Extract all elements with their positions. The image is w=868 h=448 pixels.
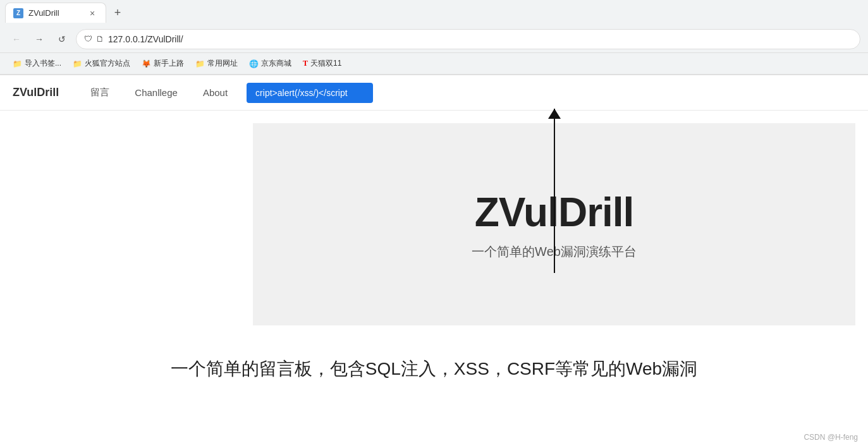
- browser-tab[interactable]: Z ZVulDrill ×: [5, 3, 106, 23]
- arrow-line: [554, 109, 555, 273]
- bookmark-label-5: 京东商城: [261, 58, 291, 69]
- xss-search-input[interactable]: [247, 83, 373, 103]
- bookmark-folder-icon-1: 📁: [13, 59, 22, 68]
- main-description: 一个简单的留言板，包含SQL注入，XSS，CSRF等常见的Web漏洞: [13, 357, 855, 381]
- bookmark-item-1[interactable]: 📁 导入书签...: [8, 56, 66, 71]
- hero-section: ZVulDrill 一个简单的Web漏洞演练平台: [253, 123, 855, 325]
- forward-button[interactable]: →: [30, 30, 48, 48]
- nav-challenge[interactable]: Chanllege: [122, 75, 190, 111]
- bookmark-item-2[interactable]: 📁 火狐官方站点: [68, 56, 135, 71]
- bookmark-label-6: 天猫双11: [310, 58, 341, 69]
- bookmark-item-4[interactable]: 📁 常用网址: [190, 56, 243, 71]
- address-bar[interactable]: 🛡 🗋 127.0.0.1/ZVulDrill/: [76, 29, 860, 49]
- browser-toolbar: ← → ↺ 🛡 🗋 127.0.0.1/ZVulDrill/: [0, 25, 868, 53]
- tab-bar: Z ZVulDrill × +: [0, 0, 868, 25]
- new-tab-button[interactable]: +: [109, 4, 126, 21]
- bookmark-label-1: 导入书签...: [25, 58, 61, 69]
- tab-close-button[interactable]: ×: [87, 8, 98, 19]
- bookmark-folder-icon-2: 📁: [73, 59, 82, 68]
- bookmark-item-6[interactable]: T 天猫双11: [298, 56, 346, 71]
- nav-about[interactable]: About: [190, 75, 240, 111]
- bookmark-label-2: 火狐官方站点: [85, 58, 130, 69]
- address-url: 127.0.0.1/ZVulDrill/: [108, 34, 183, 44]
- main-content: 一个简单的留言板，包含SQL注入，XSS，CSRF等常见的Web漏洞: [0, 338, 868, 387]
- hero-arrow: [554, 109, 555, 273]
- bookmark-firefox-icon: 🦊: [142, 59, 151, 68]
- site-brand[interactable]: ZVulDrill: [13, 86, 59, 99]
- refresh-button[interactable]: ↺: [53, 30, 71, 48]
- bookmark-label-4: 常用网址: [207, 58, 238, 69]
- nav-liuyan[interactable]: 留言: [78, 75, 122, 111]
- bookmark-item-5[interactable]: 🌐 京东商城: [244, 56, 296, 71]
- site-nav-links: 留言 Chanllege About: [78, 75, 373, 111]
- shield-icon: 🛡: [84, 34, 92, 44]
- bookmark-label-3: 新手上路: [154, 58, 184, 69]
- bookmark-folder-icon-4: 📁: [195, 59, 205, 68]
- tab-favicon: Z: [13, 8, 23, 18]
- bookmark-item-3[interactable]: 🦊 新手上路: [137, 56, 189, 71]
- site-navbar: ZVulDrill 留言 Chanllege About: [0, 75, 868, 111]
- back-button[interactable]: ←: [8, 30, 25, 48]
- tab-title: ZVulDrill: [28, 8, 59, 18]
- file-icon: 🗋: [96, 34, 104, 44]
- arrow-head: [548, 109, 561, 119]
- bookmark-tmall-icon: T: [303, 59, 308, 68]
- browser-chrome: Z ZVulDrill × + ← → ↺ 🛡 🗋 127.0.0.1/ZVul…: [0, 0, 868, 75]
- hero-wrapper: ZVulDrill 一个简单的Web漏洞演练平台: [126, 123, 868, 325]
- bookmarks-bar: 📁 导入书签... 📁 火狐官方站点 🦊 新手上路 📁 常用网址 🌐 京东商城 …: [0, 53, 868, 75]
- bookmark-globe-icon: 🌐: [249, 59, 259, 68]
